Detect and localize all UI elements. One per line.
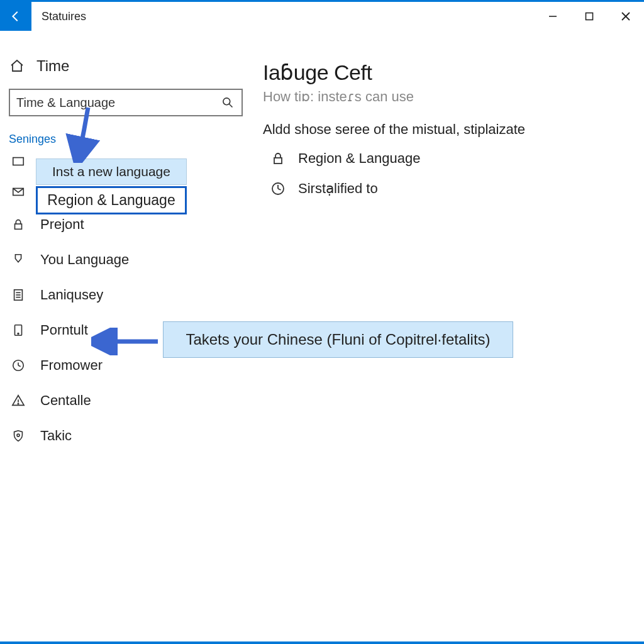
svg-rect-1	[586, 13, 593, 20]
option-sirstalified[interactable]: Sirstạlified to	[263, 180, 629, 197]
option-label: Region & Language	[298, 150, 421, 167]
svg-rect-6	[13, 158, 24, 165]
lock-icon	[269, 151, 287, 166]
search-icon[interactable]	[220, 96, 235, 109]
arrow-left-icon	[9, 9, 23, 23]
nav-label: Prejont	[40, 216, 84, 233]
callout-stack: Inst a new language Region & Language	[36, 158, 187, 214]
tag-icon	[10, 253, 26, 267]
minimize-button[interactable]	[535, 2, 571, 31]
bottom-accent-bar	[0, 641, 644, 644]
maximize-button[interactable]	[571, 2, 608, 31]
nav-item-prejont[interactable]: Prejont	[9, 213, 243, 236]
nav-item-you-language[interactable]: You Language	[9, 248, 243, 272]
page-title: Iaɓuge Ceft	[263, 60, 629, 85]
option-label: Sirstạlified to	[298, 180, 378, 197]
svg-point-19	[18, 403, 18, 404]
svg-point-4	[223, 98, 230, 105]
nav-item-centalle[interactable]: Centalle	[9, 389, 243, 413]
home-row[interactable]: Time	[9, 55, 243, 89]
home-label: Time	[36, 57, 69, 75]
nav-label: Centalle	[40, 392, 91, 409]
home-icon	[9, 58, 25, 74]
nav-item-laniqusey[interactable]: Laniqusey	[9, 283, 243, 307]
callout-region-language: Region & Language	[36, 186, 187, 214]
nav-item-takic[interactable]: Takic	[9, 424, 243, 448]
back-button[interactable]	[0, 2, 31, 31]
page-subtitle: How tiɒ: insteɾs can use	[263, 89, 629, 105]
shield-icon	[10, 429, 26, 443]
nav-label: You Language	[40, 252, 129, 268]
search-input[interactable]	[16, 96, 220, 110]
warning-icon	[10, 394, 26, 408]
option-list: Region & Language Sirstạlified to	[263, 150, 629, 197]
nav-label: Takic	[40, 428, 72, 444]
svg-line-5	[230, 104, 233, 108]
window-title: Statuires	[31, 2, 96, 31]
svg-point-20	[17, 434, 19, 436]
document-icon	[10, 288, 26, 302]
minimize-icon	[548, 12, 557, 21]
callout-chinese-hint: Takets your Chinese (Fluni of Copitrel·f…	[163, 321, 513, 358]
option-region-language[interactable]: Region & Language	[263, 150, 629, 167]
nav-label: Laniqusey	[40, 287, 103, 303]
titlebar: Statuires	[0, 2, 644, 31]
page-description: Aldd shose seree of the mistual, stiplai…	[263, 121, 629, 138]
svg-point-14	[18, 333, 19, 335]
svg-line-17	[18, 365, 21, 367]
close-icon	[621, 11, 631, 21]
tablet-icon	[10, 323, 26, 337]
power-icon	[10, 358, 26, 372]
nav-label: Porntult	[40, 322, 88, 338]
close-button[interactable]	[608, 2, 644, 31]
search-box[interactable]	[9, 89, 243, 116]
callout-new-language: Inst a new language	[36, 158, 187, 185]
clock-icon	[269, 181, 287, 196]
lock-icon	[10, 218, 26, 231]
mail-icon	[10, 185, 26, 199]
svg-line-24	[278, 189, 281, 190]
maximize-icon	[585, 12, 594, 21]
svg-rect-21	[274, 158, 282, 164]
nav-label: Fromower	[40, 357, 103, 374]
svg-rect-8	[15, 224, 22, 229]
section-label: Seninges	[9, 129, 243, 150]
display-icon	[10, 155, 26, 169]
